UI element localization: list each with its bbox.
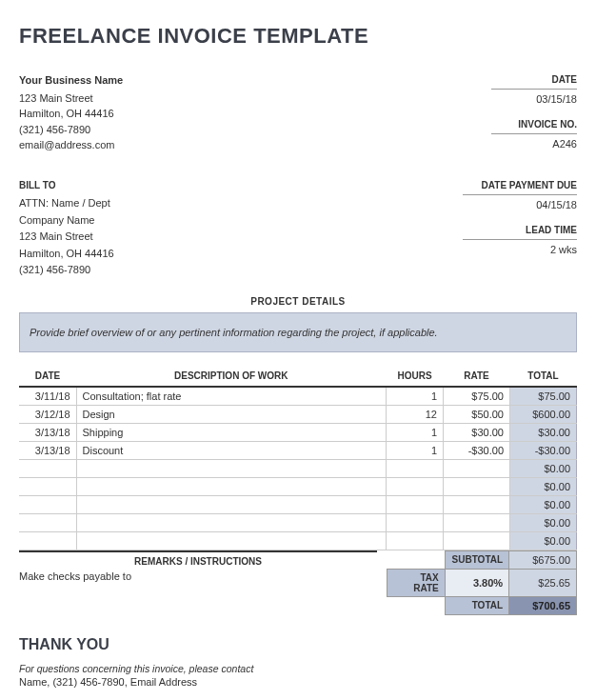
remarks-title: REMARKS / INSTRUCTIONS bbox=[19, 550, 377, 567]
col-hours: HOURS bbox=[387, 366, 444, 387]
project-details-box: Provide brief overview of or any pertine… bbox=[19, 312, 577, 352]
due-label: DATE PAYMENT DUE bbox=[463, 178, 577, 192]
cell-rate: $75.00 bbox=[444, 387, 510, 406]
cell-desc: Consultation; flat rate bbox=[76, 387, 387, 406]
remarks-column: REMARKS / INSTRUCTIONS Make checks payab… bbox=[19, 550, 387, 615]
cell-hours: 1 bbox=[387, 387, 444, 406]
billto-attn: ATTN: Name / Dept bbox=[19, 195, 114, 212]
thank-you: THANK YOU bbox=[19, 636, 577, 653]
sender-email: email@address.com bbox=[19, 137, 123, 153]
cell-date bbox=[19, 459, 76, 477]
cell-date bbox=[19, 477, 76, 495]
invoice-meta: DATE 03/15/18 INVOICE NO. A246 bbox=[491, 72, 577, 161]
sender-phone: (321) 456-7890 bbox=[19, 122, 123, 138]
cell-rate bbox=[444, 477, 510, 495]
cell-hours: 12 bbox=[387, 405, 444, 423]
subtotal-value: $675.00 bbox=[509, 550, 577, 569]
bottom-section: REMARKS / INSTRUCTIONS Make checks payab… bbox=[19, 550, 577, 615]
cell-desc: Discount bbox=[76, 441, 387, 459]
sender-street: 123 Main Street bbox=[19, 90, 123, 107]
col-rate: RATE bbox=[444, 366, 510, 387]
cell-total: -$30.00 bbox=[510, 441, 577, 459]
cell-desc bbox=[76, 513, 387, 531]
page-title: FREELANCE INVOICE TEMPLATE bbox=[19, 24, 577, 49]
cell-desc bbox=[76, 495, 387, 513]
table-row: 3/13/18Shipping1$30.00$30.00 bbox=[19, 423, 577, 441]
cell-total: $0.00 bbox=[510, 495, 577, 513]
cell-rate: $30.00 bbox=[444, 423, 510, 441]
table-row: $0.00 bbox=[19, 459, 577, 477]
cell-rate bbox=[444, 459, 510, 477]
cell-hours: 1 bbox=[387, 423, 444, 441]
contact-line: Name, (321) 456-7890, Email Address bbox=[19, 676, 577, 688]
due-value: 04/15/18 bbox=[463, 197, 577, 213]
table-row: $0.00 bbox=[19, 477, 577, 495]
billto-title: BILL TO bbox=[19, 178, 114, 193]
invoice-no-value: A246 bbox=[491, 136, 577, 152]
table-row: $0.00 bbox=[19, 495, 577, 513]
tax-value: $25.65 bbox=[509, 569, 577, 596]
cell-rate bbox=[444, 531, 510, 550]
cell-total: $75.00 bbox=[510, 387, 577, 406]
cell-hours bbox=[387, 459, 444, 477]
col-date: DATE bbox=[19, 366, 76, 387]
lead-label: LEAD TIME bbox=[463, 223, 577, 237]
total-value: $700.65 bbox=[509, 596, 577, 614]
table-row: 3/13/18Discount1-$30.00-$30.00 bbox=[19, 441, 577, 459]
cell-total: $0.00 bbox=[510, 531, 577, 550]
sender-citystate: Hamilton, OH 44416 bbox=[19, 106, 123, 122]
col-desc: DESCRIPTION OF WORK bbox=[76, 366, 387, 387]
sender-block: Your Business Name 123 Main Street Hamil… bbox=[19, 72, 123, 161]
cell-total: $0.00 bbox=[510, 513, 577, 531]
cell-date: 3/11/18 bbox=[19, 387, 76, 406]
totals-table: SUBTOTAL $675.00 TAX RATE 3.80% $25.65 T… bbox=[387, 550, 577, 615]
billto-row: BILL TO ATTN: Name / Dept Company Name 1… bbox=[19, 178, 577, 279]
table-row: $0.00 bbox=[19, 513, 577, 531]
cell-hours bbox=[387, 531, 444, 550]
taxrate-label: TAX RATE bbox=[387, 569, 446, 596]
cell-desc: Design bbox=[76, 405, 387, 423]
cell-rate bbox=[444, 495, 510, 513]
billto-phone: (321) 456-7890 bbox=[19, 262, 114, 279]
cell-total: $0.00 bbox=[510, 477, 577, 495]
date-value: 03/15/18 bbox=[491, 91, 577, 108]
line-items-table: DATE DESCRIPTION OF WORK HOURS RATE TOTA… bbox=[19, 366, 577, 550]
cell-total: $0.00 bbox=[510, 459, 577, 477]
cell-date bbox=[19, 513, 76, 531]
cell-rate: $50.00 bbox=[444, 405, 510, 423]
payment-meta: DATE PAYMENT DUE 04/15/18 LEAD TIME 2 wk… bbox=[463, 178, 577, 279]
cell-date bbox=[19, 495, 76, 513]
contact-note: For questions concerning this invoice, p… bbox=[19, 663, 577, 674]
col-total: TOTAL bbox=[510, 366, 577, 387]
cell-total: $30.00 bbox=[510, 423, 577, 441]
cell-date: 3/13/18 bbox=[19, 423, 76, 441]
table-row: 3/11/18Consultation; flat rate1$75.00$75… bbox=[19, 387, 577, 406]
table-header-row: DATE DESCRIPTION OF WORK HOURS RATE TOTA… bbox=[19, 366, 577, 387]
table-row: 3/12/18Design12$50.00$600.00 bbox=[19, 405, 577, 423]
invoice-no-label: INVOICE NO. bbox=[491, 117, 577, 131]
project-details-heading: PROJECT DETAILS bbox=[19, 296, 577, 307]
date-label: DATE bbox=[491, 72, 577, 87]
cell-desc bbox=[76, 459, 387, 477]
cell-date: 3/13/18 bbox=[19, 441, 76, 459]
cell-desc bbox=[76, 477, 387, 495]
cell-hours bbox=[387, 513, 444, 531]
subtotal-label: SUBTOTAL bbox=[445, 550, 508, 569]
billto-street: 123 Main Street bbox=[19, 229, 114, 246]
cell-desc bbox=[76, 531, 387, 550]
totals-column: SUBTOTAL $675.00 TAX RATE 3.80% $25.65 T… bbox=[387, 550, 577, 615]
sender-name: Your Business Name bbox=[19, 72, 123, 89]
remarks-text: Make checks payable to bbox=[19, 570, 377, 582]
cell-desc: Shipping bbox=[76, 423, 387, 441]
cell-hours bbox=[387, 495, 444, 513]
total-label: TOTAL bbox=[445, 596, 508, 614]
cell-rate: -$30.00 bbox=[444, 441, 510, 459]
billto-citystate: Hamilton, OH 44416 bbox=[19, 246, 114, 263]
cell-hours bbox=[387, 477, 444, 495]
billto-block: BILL TO ATTN: Name / Dept Company Name 1… bbox=[19, 178, 114, 279]
header-row: Your Business Name 123 Main Street Hamil… bbox=[19, 72, 577, 161]
cell-date bbox=[19, 531, 76, 550]
taxrate-percent: 3.80% bbox=[445, 569, 508, 596]
cell-total: $600.00 bbox=[510, 405, 577, 423]
cell-hours: 1 bbox=[387, 441, 444, 459]
